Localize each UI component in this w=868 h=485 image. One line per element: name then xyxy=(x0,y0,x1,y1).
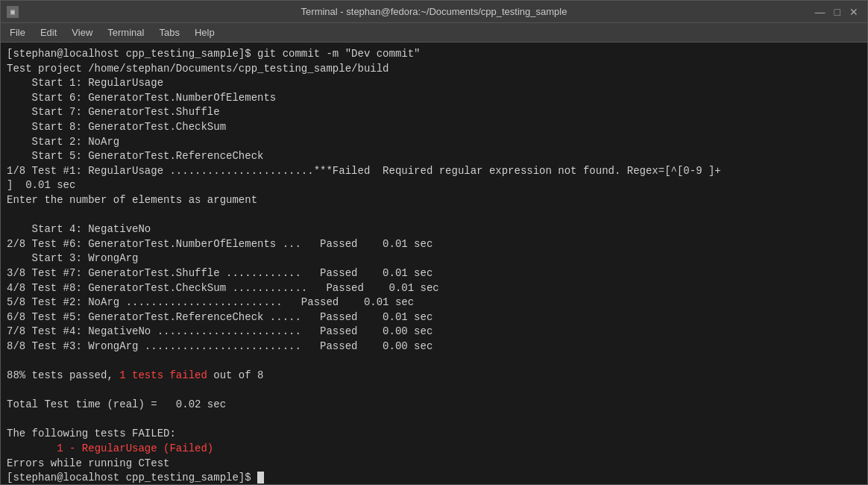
terminal-cursor xyxy=(257,472,264,484)
menu-help[interactable]: Help xyxy=(189,25,221,40)
failed-count: 1 tests failed xyxy=(119,369,207,381)
menu-edit[interactable]: Edit xyxy=(34,25,63,40)
title-bar-left: ▣ xyxy=(7,6,25,18)
terminal-window: ▣ Terminal - stephan@fedora:~/Documents/… xyxy=(0,0,868,485)
close-button[interactable]: ✕ xyxy=(846,7,861,17)
title-bar: ▣ Terminal - stephan@fedora:~/Documents/… xyxy=(1,1,867,23)
menu-tabs[interactable]: Tabs xyxy=(153,25,185,40)
menu-terminal[interactable]: Terminal xyxy=(101,25,150,40)
menu-bar: File Edit View Terminal Tabs Help xyxy=(1,23,867,43)
terminal-line-1: [stephan@localhost cpp_testing_sample]$ … xyxy=(7,48,721,484)
menu-file[interactable]: File xyxy=(4,25,31,40)
window-controls: — □ ✕ xyxy=(812,7,861,17)
failed-test-list: 1 - RegularUsage (Failed) xyxy=(57,442,213,454)
terminal-icon: ▣ xyxy=(7,6,19,18)
menu-view[interactable]: View xyxy=(66,25,98,40)
minimize-button[interactable]: — xyxy=(812,7,828,17)
maximize-button[interactable]: □ xyxy=(831,7,843,17)
window-title: Terminal - stephan@fedora:~/Documents/cp… xyxy=(301,6,567,17)
terminal-output[interactable]: [stephan@localhost cpp_testing_sample]$ … xyxy=(1,43,867,484)
